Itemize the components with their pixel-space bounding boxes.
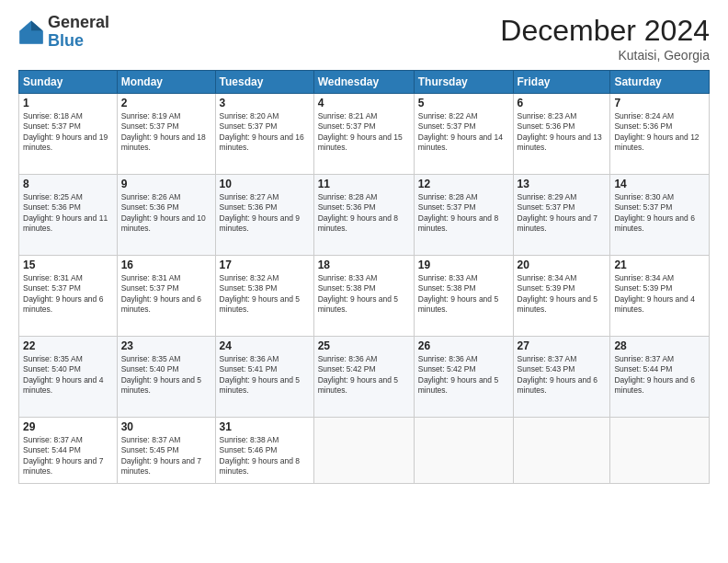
calendar-cell: 1Sunrise: 8:18 AMSunset: 5:37 PMDaylight… bbox=[19, 94, 118, 175]
calendar-cell: 30Sunrise: 8:37 AMSunset: 5:45 PMDayligh… bbox=[117, 418, 215, 484]
calendar-cell: 9Sunrise: 8:26 AMSunset: 5:36 PMDaylight… bbox=[117, 175, 215, 256]
day-number: 10 bbox=[220, 178, 310, 190]
day-number: 6 bbox=[518, 97, 607, 109]
day-number: 23 bbox=[121, 339, 211, 352]
day-number: 21 bbox=[614, 259, 705, 271]
day-number: 4 bbox=[318, 97, 410, 109]
calendar-cell: 14Sunrise: 8:30 AMSunset: 5:37 PMDayligh… bbox=[610, 175, 710, 256]
logo-blue: Blue bbox=[48, 32, 109, 51]
calendar-cell: 7Sunrise: 8:24 AMSunset: 5:36 PMDaylight… bbox=[610, 94, 710, 175]
day-info: Sunrise: 8:26 AMSunset: 5:36 PMDaylight:… bbox=[121, 192, 211, 235]
day-number: 9 bbox=[121, 178, 211, 190]
day-header-tuesday: Tuesday bbox=[215, 71, 313, 94]
month-title: December 2024 bbox=[500, 14, 710, 48]
calendar-week-row: 22Sunrise: 8:35 AMSunset: 5:40 PMDayligh… bbox=[19, 337, 710, 418]
calendar-cell: 20Sunrise: 8:34 AMSunset: 5:39 PMDayligh… bbox=[513, 256, 610, 337]
day-number: 20 bbox=[518, 259, 607, 271]
day-number: 3 bbox=[220, 97, 310, 109]
day-header-friday: Friday bbox=[513, 71, 610, 94]
calendar-cell bbox=[513, 418, 610, 484]
day-number: 2 bbox=[121, 97, 211, 109]
svg-rect-2 bbox=[19, 30, 42, 43]
day-info: Sunrise: 8:37 AMSunset: 5:44 PMDaylight:… bbox=[614, 354, 705, 396]
calendar-week-row: 1Sunrise: 8:18 AMSunset: 5:37 PMDaylight… bbox=[19, 94, 710, 175]
day-info: Sunrise: 8:32 AMSunset: 5:38 PMDaylight:… bbox=[220, 273, 310, 316]
logo-general: General bbox=[48, 14, 109, 32]
day-info: Sunrise: 8:30 AMSunset: 5:37 PMDaylight:… bbox=[614, 192, 705, 235]
day-number: 30 bbox=[121, 420, 211, 433]
calendar-cell: 18Sunrise: 8:33 AMSunset: 5:38 PMDayligh… bbox=[313, 256, 414, 337]
logo: General Blue bbox=[18, 14, 109, 51]
day-number: 12 bbox=[418, 178, 509, 190]
calendar-cell bbox=[414, 418, 513, 484]
calendar-cell: 16Sunrise: 8:31 AMSunset: 5:37 PMDayligh… bbox=[117, 256, 215, 337]
day-number: 17 bbox=[220, 259, 310, 271]
calendar-cell bbox=[313, 418, 414, 484]
calendar-cell: 3Sunrise: 8:20 AMSunset: 5:37 PMDaylight… bbox=[215, 94, 313, 175]
svg-marker-1 bbox=[31, 20, 43, 30]
calendar-cell: 17Sunrise: 8:32 AMSunset: 5:38 PMDayligh… bbox=[215, 256, 313, 337]
day-info: Sunrise: 8:31 AMSunset: 5:37 PMDaylight:… bbox=[23, 273, 113, 316]
day-info: Sunrise: 8:20 AMSunset: 5:37 PMDaylight:… bbox=[220, 111, 310, 154]
day-header-sunday: Sunday bbox=[19, 71, 118, 94]
day-number: 27 bbox=[518, 339, 607, 352]
day-info: Sunrise: 8:37 AMSunset: 5:44 PMDaylight:… bbox=[23, 435, 113, 477]
day-number: 16 bbox=[121, 259, 211, 271]
day-info: Sunrise: 8:23 AMSunset: 5:36 PMDaylight:… bbox=[518, 111, 607, 154]
day-info: Sunrise: 8:36 AMSunset: 5:41 PMDaylight:… bbox=[220, 354, 310, 396]
day-number: 18 bbox=[318, 259, 410, 271]
day-info: Sunrise: 8:37 AMSunset: 5:43 PMDaylight:… bbox=[518, 354, 607, 396]
day-number: 15 bbox=[23, 259, 113, 271]
day-number: 29 bbox=[23, 420, 113, 433]
day-info: Sunrise: 8:36 AMSunset: 5:42 PMDaylight:… bbox=[318, 354, 410, 396]
day-info: Sunrise: 8:35 AMSunset: 5:40 PMDaylight:… bbox=[23, 354, 113, 396]
calendar-cell: 12Sunrise: 8:28 AMSunset: 5:37 PMDayligh… bbox=[414, 175, 513, 256]
day-info: Sunrise: 8:31 AMSunset: 5:37 PMDaylight:… bbox=[121, 273, 211, 316]
day-info: Sunrise: 8:25 AMSunset: 5:36 PMDaylight:… bbox=[23, 192, 113, 235]
calendar: SundayMondayTuesdayWednesdayThursdayFrid… bbox=[18, 70, 710, 484]
header: General Blue December 2024 Kutaisi, Geor… bbox=[18, 14, 710, 63]
calendar-cell: 5Sunrise: 8:22 AMSunset: 5:37 PMDaylight… bbox=[414, 94, 513, 175]
day-info: Sunrise: 8:29 AMSunset: 5:37 PMDaylight:… bbox=[518, 192, 607, 235]
logo-icon bbox=[18, 19, 44, 45]
day-info: Sunrise: 8:33 AMSunset: 5:38 PMDaylight:… bbox=[318, 273, 410, 316]
calendar-cell: 6Sunrise: 8:23 AMSunset: 5:36 PMDaylight… bbox=[513, 94, 610, 175]
day-info: Sunrise: 8:38 AMSunset: 5:46 PMDaylight:… bbox=[220, 435, 310, 477]
day-info: Sunrise: 8:24 AMSunset: 5:36 PMDaylight:… bbox=[614, 111, 705, 154]
calendar-cell: 25Sunrise: 8:36 AMSunset: 5:42 PMDayligh… bbox=[313, 337, 414, 418]
calendar-cell: 22Sunrise: 8:35 AMSunset: 5:40 PMDayligh… bbox=[19, 337, 118, 418]
day-info: Sunrise: 8:34 AMSunset: 5:39 PMDaylight:… bbox=[614, 273, 705, 316]
calendar-cell: 21Sunrise: 8:34 AMSunset: 5:39 PMDayligh… bbox=[610, 256, 710, 337]
day-number: 24 bbox=[220, 339, 310, 352]
calendar-header-row: SundayMondayTuesdayWednesdayThursdayFrid… bbox=[19, 71, 710, 94]
calendar-cell: 10Sunrise: 8:27 AMSunset: 5:36 PMDayligh… bbox=[215, 175, 313, 256]
calendar-cell: 2Sunrise: 8:19 AMSunset: 5:37 PMDaylight… bbox=[117, 94, 215, 175]
calendar-cell: 31Sunrise: 8:38 AMSunset: 5:46 PMDayligh… bbox=[215, 418, 313, 484]
day-number: 22 bbox=[23, 339, 113, 352]
calendar-cell: 29Sunrise: 8:37 AMSunset: 5:44 PMDayligh… bbox=[19, 418, 118, 484]
calendar-cell bbox=[610, 418, 710, 484]
day-number: 14 bbox=[614, 178, 705, 190]
calendar-cell: 28Sunrise: 8:37 AMSunset: 5:44 PMDayligh… bbox=[610, 337, 710, 418]
day-number: 8 bbox=[23, 178, 113, 190]
day-header-wednesday: Wednesday bbox=[313, 71, 414, 94]
day-info: Sunrise: 8:19 AMSunset: 5:37 PMDaylight:… bbox=[121, 111, 211, 154]
day-info: Sunrise: 8:34 AMSunset: 5:39 PMDaylight:… bbox=[518, 273, 607, 316]
day-number: 7 bbox=[614, 97, 705, 109]
day-info: Sunrise: 8:28 AMSunset: 5:36 PMDaylight:… bbox=[318, 192, 410, 235]
day-number: 25 bbox=[318, 339, 410, 352]
day-info: Sunrise: 8:37 AMSunset: 5:45 PMDaylight:… bbox=[121, 435, 211, 477]
day-number: 31 bbox=[220, 420, 310, 433]
calendar-cell: 15Sunrise: 8:31 AMSunset: 5:37 PMDayligh… bbox=[19, 256, 118, 337]
day-number: 28 bbox=[614, 339, 705, 352]
day-number: 19 bbox=[418, 259, 509, 271]
day-info: Sunrise: 8:35 AMSunset: 5:40 PMDaylight:… bbox=[121, 354, 211, 396]
day-number: 13 bbox=[518, 178, 607, 190]
calendar-week-row: 8Sunrise: 8:25 AMSunset: 5:36 PMDaylight… bbox=[19, 175, 710, 256]
calendar-cell: 23Sunrise: 8:35 AMSunset: 5:40 PMDayligh… bbox=[117, 337, 215, 418]
calendar-cell: 4Sunrise: 8:21 AMSunset: 5:37 PMDaylight… bbox=[313, 94, 414, 175]
logo-text: General Blue bbox=[48, 14, 109, 51]
calendar-week-row: 29Sunrise: 8:37 AMSunset: 5:44 PMDayligh… bbox=[19, 418, 710, 484]
calendar-cell: 26Sunrise: 8:36 AMSunset: 5:42 PMDayligh… bbox=[414, 337, 513, 418]
day-number: 1 bbox=[23, 97, 113, 109]
